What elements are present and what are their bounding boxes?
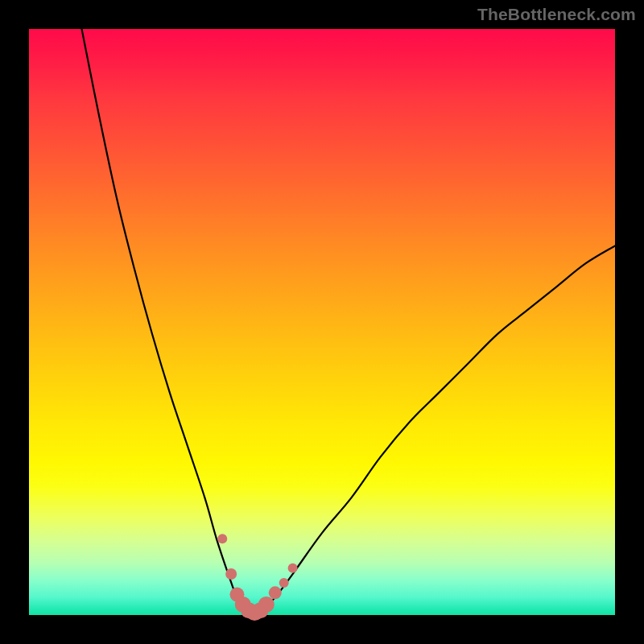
highlight-point — [288, 564, 298, 573]
highlight-point — [217, 534, 227, 543]
curve-layer — [29, 29, 615, 615]
highlight-point — [225, 568, 237, 580]
chart-frame: TheBottleneck.com — [0, 0, 644, 644]
bottleneck-curve — [82, 29, 615, 616]
highlight-point — [258, 597, 275, 613]
highlight-point — [279, 578, 289, 588]
plot-area — [29, 29, 615, 615]
branding-watermark: TheBottleneck.com — [477, 5, 636, 24]
highlight-point — [269, 586, 282, 599]
